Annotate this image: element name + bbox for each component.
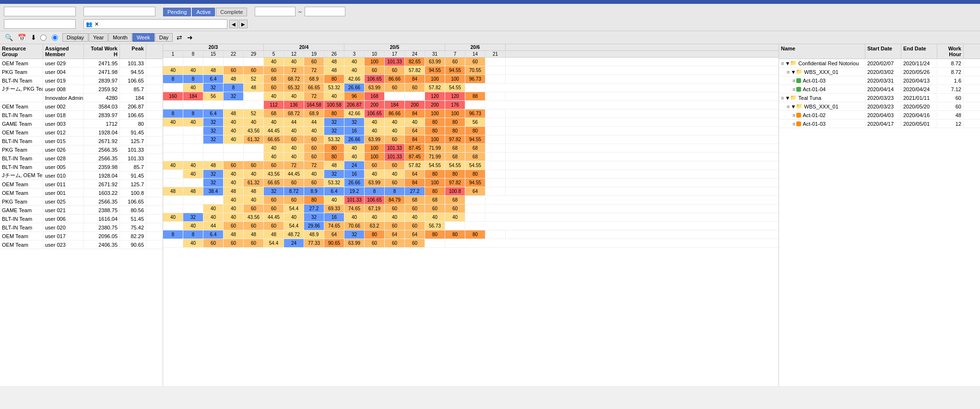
swap-horizontal-icon-button[interactable]: ⇄ — [176, 33, 183, 42]
gantt-cell: 100 — [365, 153, 385, 161]
month-button[interactable]: Month — [108, 33, 132, 42]
gantt-cell — [244, 153, 264, 161]
download-icon-button[interactable]: ⬇ — [30, 33, 37, 42]
year-button[interactable]: Year — [89, 33, 108, 42]
gantt-cell: 60 — [244, 161, 264, 169]
table-row[interactable]: Innovator Admin 4280 184 — [0, 94, 163, 102]
table-row[interactable]: BLT-IN Team user 020 2380.75 75.42 — [0, 223, 163, 232]
list-item[interactable]: ≡Act-01-03 2020/04/17 2020/05/01 12 — [779, 120, 980, 128]
gantt-row: 4032404043.5644.45403216404064808080 — [163, 170, 779, 179]
assigned-member-field[interactable]: 👥 ✕ — [83, 19, 227, 29]
gantt-cell: 54.4 — [264, 239, 284, 247]
table-row[interactable]: PKG Team user 004 2471.98 94.55 — [0, 68, 163, 76]
prev-arrow-button[interactable]: ◀ — [229, 20, 238, 28]
menu-icon[interactable]: ≡ — [787, 104, 790, 109]
list-item[interactable]: ≡Act-01-03 2020/03/31 2020/04/13 1.6 — [779, 76, 980, 85]
expand-icon[interactable]: ▼ — [785, 95, 790, 101]
day-button[interactable]: Day — [155, 33, 173, 42]
work-hour-cell: 60 — [937, 95, 964, 101]
gantt-cell — [183, 204, 203, 213]
list-item[interactable]: ≡▼ 📁WBS_XXX_01 2020/03/23 2020/05/20 60 — [779, 102, 980, 111]
table-row[interactable]: Jチーム, PKG Team user 008 2359.92 85.7 — [0, 85, 163, 94]
table-row[interactable]: GAME Team user 003 1712 80 — [0, 120, 163, 128]
expand-icon[interactable]: ▼ — [791, 104, 796, 109]
table-row[interactable]: BLT-IN Team user 019 2839.97 106.65 — [0, 76, 163, 85]
gantt-area[interactable]: 20/320/420/520/6 18152229512192631017243… — [163, 44, 779, 386]
resource-group-input[interactable] — [4, 19, 76, 29]
menu-icon[interactable]: ≡ — [781, 95, 784, 101]
table-row[interactable]: BLT-IN Team user 028 2566.35 101.33 — [0, 154, 163, 163]
table-row[interactable]: OEM Team user 001 1603.22 100.8 — [0, 189, 163, 197]
total-work-cell: 2839.97 — [84, 76, 120, 84]
table-row[interactable]: PKG Team user 025 2566.35 106.65 — [0, 197, 163, 206]
table-row[interactable]: Jチーム, OEM Team user 010 1928.04 91.45 — [0, 171, 163, 180]
peak-cell: 51.45 — [120, 215, 146, 223]
menu-icon[interactable]: ≡ — [792, 78, 795, 84]
period-from-input[interactable] — [255, 7, 295, 16]
menu-icon[interactable]: ≡ — [792, 112, 795, 118]
peak-cell: 91.45 — [120, 128, 146, 136]
gantt-cell: 68 — [445, 196, 465, 204]
resource-group-radio-label[interactable] — [40, 35, 48, 41]
gantt-week-cell: 5 — [264, 51, 284, 57]
period-to-input[interactable] — [305, 7, 345, 16]
list-item[interactable]: ≡Act-01-02 2020/04/03 2020/04/16 48 — [779, 111, 980, 120]
gantt-cell: 40 — [405, 213, 425, 221]
search-icon-button[interactable]: 🔍 — [4, 33, 14, 42]
assign-member-radio[interactable] — [52, 35, 58, 41]
table-row[interactable]: BLT-IN Team user 006 1616.04 51.45 — [0, 215, 163, 223]
table-row[interactable]: OEM Team user 029 2471.95 101.33 — [0, 59, 163, 68]
menu-icon[interactable]: ≡ — [792, 121, 795, 127]
table-row[interactable]: BLT-IN Team user 015 2671.92 125.7 — [0, 137, 163, 145]
gantt-cell: 184 — [183, 92, 203, 100]
gantt-cell: 60 — [445, 58, 465, 66]
gantt-week-cell: 31 — [425, 51, 445, 57]
list-item[interactable]: ≡Act-01-04 2020/04/14 2020/04/24 7.12 — [779, 85, 980, 94]
table-row[interactable]: BLT-IN Team user 018 2839.97 106.65 — [0, 111, 163, 120]
resource-group-radio[interactable] — [40, 35, 47, 41]
list-item[interactable]: ≡▼ 📁Teal Tuna 2020/03/23 2021/01/11 60 — [779, 94, 980, 102]
gantt-cell: 72 — [304, 161, 324, 169]
display-button[interactable]: Display — [62, 33, 88, 42]
clear-icon[interactable]: ✕ — [94, 21, 99, 27]
project-name-input[interactable] — [4, 7, 76, 16]
table-row[interactable]: OEM Team user 011 2671.92 125.7 — [0, 180, 163, 189]
gantt-cell — [163, 127, 183, 135]
table-row[interactable]: OEM Team user 017 2096.05 82.29 — [0, 232, 163, 241]
week-button[interactable]: Week — [132, 33, 154, 42]
gantt-cell: 8 — [163, 75, 183, 83]
pending-button[interactable]: Pending — [163, 8, 191, 16]
list-item[interactable]: ≡▼ 📁Confidential Red Notoriou 2020/02/07… — [779, 59, 980, 68]
table-row[interactable]: OEM Team user 012 1928.04 91.45 — [0, 128, 163, 137]
menu-icon[interactable]: ≡ — [787, 69, 790, 75]
menu-icon[interactable]: ≡ — [781, 60, 784, 66]
arrow-right-icon-button[interactable]: ➜ — [186, 33, 194, 42]
table-row[interactable]: OEM Team user 023 2406.35 90.65 — [0, 241, 163, 249]
next-arrow-button[interactable]: ▶ — [239, 20, 248, 28]
assign-member-radio-label[interactable] — [52, 35, 59, 41]
table-row[interactable]: OEM Team user 002 3584.03 206.87 — [0, 102, 163, 111]
active-button[interactable]: Active — [192, 8, 215, 16]
gantt-cell — [485, 144, 506, 152]
expand-icon[interactable]: ▼ — [791, 69, 796, 75]
gantt-cell: 60 — [405, 204, 425, 213]
calendar-icon-button[interactable]: 📅 — [17, 33, 27, 42]
gantt-cell: 60 — [385, 135, 405, 144]
gantt-cell — [203, 101, 224, 109]
menu-icon[interactable]: ≡ — [792, 86, 795, 92]
table-row[interactable]: GAME Team user 021 2388.75 80.56 — [0, 206, 163, 215]
gantt-cell: 40 — [183, 161, 203, 169]
gantt-cell: 87.45 — [405, 144, 425, 152]
complete-button[interactable]: Complete — [216, 8, 247, 16]
gantt-cell — [485, 187, 506, 195]
gantt-cell: 80 — [445, 118, 465, 126]
table-row[interactable]: BLT-IN Team user 005 2359.98 85.7 — [0, 163, 163, 171]
wbs-name-input[interactable] — [83, 7, 155, 16]
gantt-cell: 97.82 — [445, 135, 465, 144]
expand-icon[interactable]: ▼ — [785, 60, 790, 66]
list-item[interactable]: ≡▼ 📁WBS_XXX_01 2020/03/02 2020/05/26 8.7… — [779, 68, 980, 76]
peak-cell: 94.55 — [120, 68, 146, 76]
gantt-cell: 84.79 — [385, 196, 405, 204]
peak-cell: 91.45 — [120, 171, 146, 180]
table-row[interactable]: PKG Team user 026 2566.35 101.33 — [0, 145, 163, 154]
